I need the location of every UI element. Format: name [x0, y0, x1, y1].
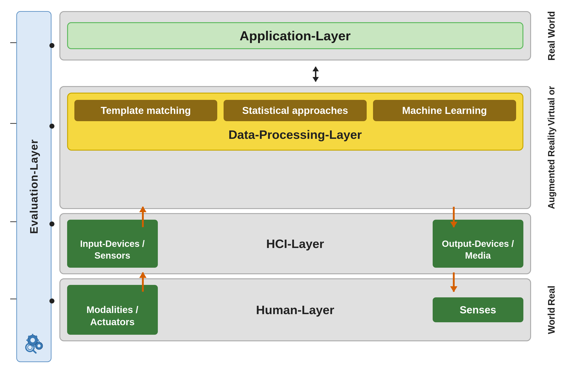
output-devices-label: Output-Devices / Media — [442, 239, 514, 261]
modalities-box: Modalities / Actuators — [67, 285, 158, 335]
svg-rect-2 — [32, 334, 33, 336]
human-row: Modalities / Actuators Human-Layer Sense… — [59, 278, 572, 341]
real-world-bottom-label-2: World — [546, 307, 557, 334]
statistical-approaches-box: Statistical approaches — [224, 100, 367, 121]
svg-rect-14 — [34, 345, 36, 346]
method-boxes-container: Template matching Statistical approaches… — [74, 100, 516, 121]
virtual-ar-label-container: Virtual or Augmented Reality — [531, 86, 572, 209]
center-content: Application-Layer Real World — [59, 11, 572, 362]
virtual-ar-section: Template matching Statistical approaches… — [59, 86, 531, 209]
output-devices-box: Output-Devices / Media — [433, 220, 523, 268]
template-matching-label: Template matching — [101, 105, 191, 116]
svg-rect-15 — [41, 345, 43, 346]
svg-rect-13 — [38, 348, 40, 349]
eval-panel: Evaluation-Layer — [16, 11, 52, 362]
data-processing-row: Template matching Statistical approaches… — [59, 86, 572, 209]
hci-right-label-placeholder — [531, 213, 572, 274]
senses-box: Senses — [433, 297, 523, 322]
gear-icon-container — [21, 329, 46, 355]
orange-arrow-up-left — [142, 207, 144, 227]
application-label: Application-Layer — [240, 28, 351, 43]
bidirectional-arrow-container — [59, 65, 572, 84]
connector-dot-3 — [49, 222, 54, 226]
input-devices-box: Input-Devices / Sensors — [67, 220, 158, 268]
machine-learning-label: Machine Learning — [402, 105, 487, 116]
svg-rect-4 — [26, 340, 29, 341]
svg-line-18 — [33, 350, 36, 353]
hci-section: Input-Devices / Sensors HCI-Layer Output… — [59, 213, 531, 274]
hci-label: HCI-Layer — [266, 237, 324, 251]
application-row: Application-Layer Real World — [59, 11, 572, 61]
real-world-bottom-label-1: Real — [546, 286, 557, 306]
real-world-top-label-container: Real World — [531, 11, 572, 61]
application-section: Application-Layer — [59, 11, 531, 61]
human-inner: Modalities / Actuators Human-Layer Sense… — [67, 285, 523, 335]
hci-row: Input-Devices / Sensors HCI-Layer Output… — [59, 213, 572, 274]
input-devices-label: Input-Devices / Sensors — [80, 239, 145, 261]
human-label-text: Human-Layer — [158, 303, 433, 317]
orange-arrow-up-human-left — [142, 272, 144, 292]
virtual-or-label: Virtual or — [546, 86, 556, 126]
human-label: Human-Layer — [256, 303, 334, 317]
data-processing-box: Template matching Statistical approaches… — [67, 93, 523, 151]
svg-point-1 — [30, 338, 35, 343]
diagram-container: Evaluation-Layer — [16, 11, 572, 362]
application-box: Application-Layer — [67, 22, 523, 49]
augmented-reality-label: Augmented Reality — [546, 127, 556, 209]
human-section: Modalities / Actuators Human-Layer Sense… — [59, 278, 531, 341]
real-world-bottom-label-container: Real World — [531, 278, 572, 341]
gear-icon — [21, 329, 46, 354]
machine-learning-box: Machine Learning — [373, 100, 516, 121]
eval-label: Evaluation-Layer — [28, 139, 40, 234]
template-matching-box: Template matching — [74, 100, 218, 121]
data-processing-label: Data-Processing-Layer — [228, 128, 362, 141]
statistical-approaches-label: Statistical approaches — [242, 105, 348, 116]
bidirectional-arrow — [315, 67, 316, 81]
svg-point-17 — [28, 345, 32, 350]
svg-point-11 — [37, 344, 41, 347]
hci-label-text: HCI-Layer — [158, 237, 433, 251]
orange-arrow-down-human-right — [453, 272, 455, 292]
senses-label: Senses — [460, 304, 496, 316]
svg-rect-5 — [37, 340, 39, 341]
modalities-label: Modalities / Actuators — [86, 304, 138, 327]
real-world-top-label: Real World — [546, 11, 557, 61]
orange-arrow-down-right — [453, 207, 455, 227]
connector-dot-1 — [49, 43, 54, 48]
svg-rect-12 — [38, 341, 40, 343]
connector-dot-4 — [49, 299, 54, 303]
data-processing-label-text: Data-Processing-Layer — [74, 128, 516, 141]
connector-dot-2 — [49, 124, 54, 129]
